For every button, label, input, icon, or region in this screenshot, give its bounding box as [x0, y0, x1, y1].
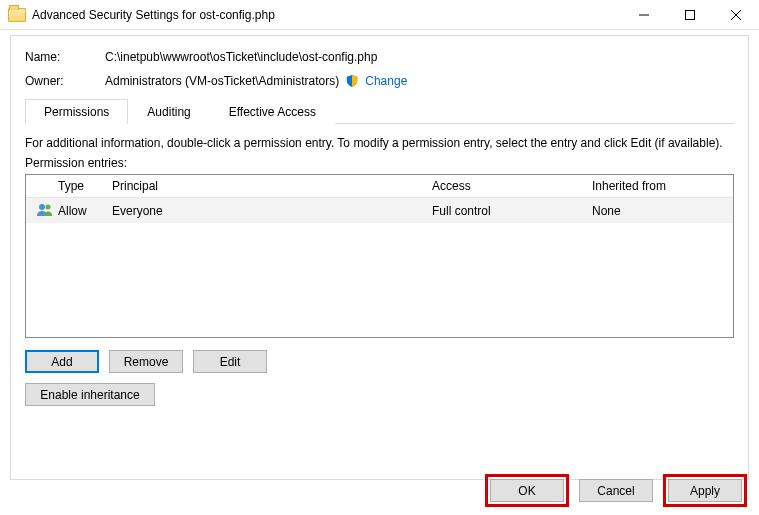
tab-effective-access[interactable]: Effective Access	[210, 99, 335, 124]
content-panel: Name: C:\inetpub\wwwroot\osTicket\includ…	[10, 35, 749, 480]
window-controls	[621, 0, 759, 29]
change-owner-link[interactable]: Change	[365, 74, 407, 88]
dialog-footer: OK Cancel Apply	[485, 474, 747, 507]
table-row[interactable]: Allow Everyone Full control None	[26, 198, 733, 223]
shield-icon	[345, 74, 359, 88]
col-principal[interactable]: Principal	[106, 175, 426, 197]
entry-buttons: Add Remove Edit	[25, 350, 734, 373]
remove-button[interactable]: Remove	[109, 350, 183, 373]
cancel-button[interactable]: Cancel	[579, 479, 653, 502]
owner-value: Administrators (VM-osTicket\Administrato…	[105, 74, 339, 88]
highlight-ok: OK	[485, 474, 569, 507]
add-button[interactable]: Add	[25, 350, 99, 373]
row-principal: Everyone	[106, 202, 426, 220]
permissions-grid[interactable]: Type Principal Access Inherited from All…	[25, 174, 734, 338]
titlebar: Advanced Security Settings for ost-confi…	[0, 0, 759, 30]
window-title: Advanced Security Settings for ost-confi…	[32, 8, 621, 22]
svg-point-4	[46, 205, 51, 210]
grid-header: Type Principal Access Inherited from	[26, 175, 733, 198]
col-access[interactable]: Access	[426, 175, 586, 197]
tab-strip: Permissions Auditing Effective Access	[25, 98, 734, 124]
row-access: Full control	[426, 202, 586, 220]
col-inherited[interactable]: Inherited from	[586, 175, 733, 197]
ok-button[interactable]: OK	[490, 479, 564, 502]
row-inherited: None	[586, 202, 733, 220]
svg-point-3	[39, 204, 45, 210]
row-type: Allow	[52, 202, 106, 220]
col-type[interactable]: Type	[52, 175, 106, 197]
maximize-button[interactable]	[667, 0, 713, 29]
name-label: Name:	[25, 50, 105, 64]
tab-permissions[interactable]: Permissions	[25, 99, 128, 124]
row-icon-cell	[26, 200, 52, 221]
maximize-icon	[685, 10, 695, 20]
info-text: For additional information, double-click…	[25, 136, 734, 150]
name-value: C:\inetpub\wwwroot\osTicket\include\ost-…	[105, 50, 377, 64]
minimize-button[interactable]	[621, 0, 667, 29]
entries-label: Permission entries:	[25, 156, 734, 170]
apply-button[interactable]: Apply	[668, 479, 742, 502]
enable-inheritance-button[interactable]: Enable inheritance	[25, 383, 155, 406]
inheritance-row: Enable inheritance	[25, 383, 734, 406]
tab-auditing[interactable]: Auditing	[128, 99, 209, 124]
close-button[interactable]	[713, 0, 759, 29]
col-icon[interactable]	[26, 175, 52, 197]
name-row: Name: C:\inetpub\wwwroot\osTicket\includ…	[25, 50, 734, 64]
highlight-apply: Apply	[663, 474, 747, 507]
folder-icon	[8, 8, 26, 22]
edit-button[interactable]: Edit	[193, 350, 267, 373]
owner-label: Owner:	[25, 74, 105, 88]
owner-row: Owner: Administrators (VM-osTicket\Admin…	[25, 74, 734, 88]
